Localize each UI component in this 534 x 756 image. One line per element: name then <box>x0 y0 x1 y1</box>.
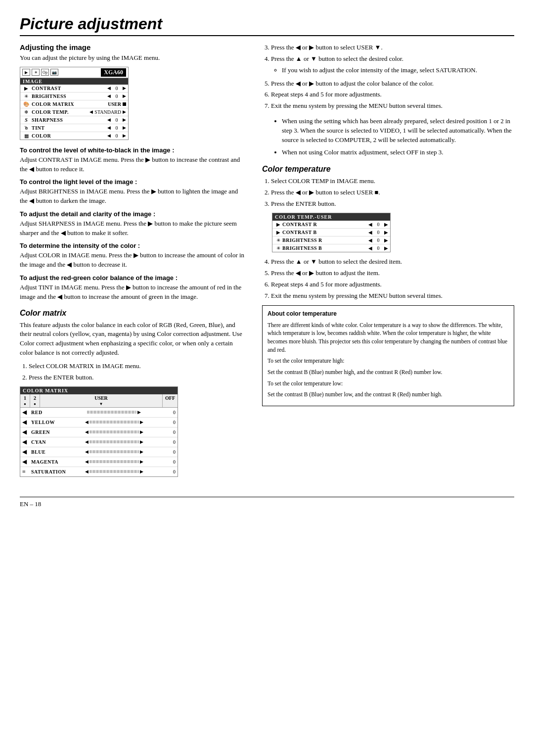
color-label: COLOR <box>32 133 107 139</box>
contrast-icon: ▶ <box>22 86 30 91</box>
cm-tri-left-blue: ◀ <box>85 449 89 454</box>
section-sharpness-heading: To adjust the detail and clarity of the … <box>20 210 247 238</box>
cm-tri-left-green: ◀ <box>85 429 89 434</box>
cm-val-magenta: 0 <box>168 459 176 465</box>
menu-row-color-temp: ❄ COLOR TEMP. ◀ STANDARD ▶ <box>20 108 128 116</box>
cm-label-yellow: YELLOW <box>31 420 61 425</box>
color-matrix-label: COLOR MATRIX <box>32 101 108 107</box>
ct-value-brightness-b: 0 <box>374 245 383 251</box>
cm-step-5: Press the ◀ or ▶ button to adjust the co… <box>271 79 514 89</box>
contrast-val: ◀ 0 ▶ <box>107 86 126 91</box>
menu-row-contrast: ▶ CONTRAST ◀ 0 ▶ <box>20 85 128 93</box>
ct-tri-left-contrast-b: ◀ <box>368 230 372 235</box>
menu-row-brightness: ✳ BRIGHTNESS ◀ 0 ▶ <box>20 93 128 100</box>
ct-step-1: Select COLOR TEMP in IMAGE menu. <box>271 177 514 186</box>
cm-note-list: When using the setting which has been al… <box>273 117 514 157</box>
cm-row-cyan: ◀ CYAN ◀ ▶ 0 <box>20 437 178 447</box>
contrast-label: CONTRAST <box>32 86 107 91</box>
image-menu-table: ▶ ☀ Op 📷 XGA60 IMAGE ▶ CONTRAST ◀ 0 ▶ <box>20 67 129 140</box>
ct-value-brightness-r: 0 <box>374 237 383 243</box>
menu-xga-label: XGA60 <box>101 68 126 77</box>
cm-bar-fill-green <box>89 430 139 433</box>
brightness-label: BRIGHTNESS <box>32 94 107 99</box>
info-para-5: Set the contrast B (Blue) number low, an… <box>267 390 509 399</box>
tint-icon: 🖱 <box>22 125 30 131</box>
ct-tri-left-brightness-b: ◀ <box>368 245 372 251</box>
right-column: Press the ◀ or ▶ button to select USER ▼… <box>262 43 514 482</box>
cm-val-yellow: 0 <box>168 420 176 425</box>
color-icon: ▦ <box>22 133 30 139</box>
cm-step-3: Press the ◀ or ▶ button to select USER ▼… <box>271 43 514 52</box>
ct-value-contrast-r: 0 <box>374 222 383 227</box>
ct-row-brightness-r: ✳ BRIGHTNESS R ◀ 0 ▶ <box>272 236 390 244</box>
menu-row-color: ▦ COLOR ◀ 0 ▶ <box>20 132 128 140</box>
brightness-val: ◀ 0 ▶ <box>107 94 126 99</box>
color-temp-tri-right: ▶ <box>123 109 126 114</box>
cm-step-4-bullet: If you wish to adjust the color intensit… <box>282 66 514 75</box>
ct-value-contrast-b: 0 <box>374 230 383 235</box>
cm-tri-blue: ▶ <box>140 449 143 454</box>
page-title: Picture adjustment <box>20 15 514 36</box>
color-value: 0 <box>112 133 121 139</box>
cm-step-7: Exit the menu system by pressing the MEN… <box>271 101 514 111</box>
cm-tri-magenta: ▶ <box>140 459 143 464</box>
color-matrix-dot <box>123 102 126 106</box>
info-para-4: To set the color temperature low: <box>267 379 509 388</box>
color-matrix-val: USER <box>108 101 126 107</box>
cm-bar-fill-magenta <box>89 460 139 463</box>
color-matrix-table: COLOR MATRIX 1● 2● USER▼ OFF ◀ RED ▶ 0 ◀ <box>20 386 178 477</box>
cm-val-green: 0 <box>168 429 176 435</box>
brightness-tri-right: ▶ <box>123 94 126 98</box>
cm-bar-fill-red <box>87 411 136 414</box>
brightness-tri-left: ◀ <box>107 94 111 98</box>
ct-step-2: Press the ◀ or ▶ button to select USER ■… <box>271 188 514 197</box>
ct-tri-right-brightness-r: ▶ <box>384 237 388 243</box>
cm-col-user: USER▼ <box>40 394 163 407</box>
cm-note-1: When using the setting which has been al… <box>282 117 514 145</box>
page-footer: EN – 18 <box>20 497 514 508</box>
menu-icon-4: 📷 <box>50 69 58 76</box>
ct-icon-contrast-r: ▶ <box>274 222 282 227</box>
menu-row-color-matrix: 🎨 COLOR MATRIX USER <box>20 100 128 108</box>
ct-val-brightness-r: ◀ 0 ▶ <box>368 237 388 243</box>
tint-tri-left: ◀ <box>107 125 111 130</box>
cm-val-cyan: 0 <box>168 439 176 445</box>
ct-icon-brightness-b: ✳ <box>274 245 282 251</box>
ct-step-5: Press the ◀ or ▶ button to adjust the it… <box>271 269 514 278</box>
cm-col-1: 1● <box>20 394 30 407</box>
left-column: Adjusting the image You can adjust the p… <box>20 43 247 482</box>
ct-steps-after: Press the ▲ or ▼ button to select the de… <box>271 257 514 300</box>
cm-col-off: OFF <box>163 394 178 407</box>
cm-tri-cyan: ▶ <box>140 439 143 444</box>
color-temp-heading: Color temperature <box>262 165 514 174</box>
ct-val-brightness-b: ◀ 0 ▶ <box>368 245 388 251</box>
cm-row-saturation: ≡ SATURATION ◀ ▶ 0 <box>20 467 178 476</box>
cm-row-green: ◀ GREEN ◀ ▶ 0 <box>20 427 178 437</box>
ct-step-6: Repeat steps 4 and 5 for more adjustment… <box>271 280 514 289</box>
section-tint-heading: To adjust the red-green color balance of… <box>20 274 247 302</box>
sharpness-tri-left: ◀ <box>107 117 111 122</box>
cm-bar-fill-blue <box>89 450 139 453</box>
contrast-value: 0 <box>112 86 121 91</box>
cm-bar-red: ▶ <box>61 410 168 415</box>
cm-label-green: GREEN <box>31 429 61 435</box>
tint-label: TINT <box>32 125 107 131</box>
sharpness-label: SHARPNESS <box>32 117 107 123</box>
cm-col-2: 2● <box>30 394 40 407</box>
cm-table-subheader: 1● 2● USER▼ OFF <box>20 394 178 408</box>
info-para-1: There are different kinds of white color… <box>267 321 509 354</box>
color-tri-left: ◀ <box>107 133 111 138</box>
section-contrast-heading: To control the level of white-to-black i… <box>20 146 247 174</box>
section-sharpness-text: Adjust SHARPNESS in IMAGE menu. Press th… <box>20 220 237 236</box>
ct-icon-brightness-r: ✳ <box>274 237 282 243</box>
cm-note-2: When not using Color matrix adjustment, … <box>282 148 514 157</box>
cm-step-6: Repeat steps 4 and 5 for more adjustment… <box>271 90 514 99</box>
color-temp-value: STANDARD <box>94 109 121 115</box>
cm-icon-yellow: ◀ <box>22 419 31 426</box>
menu-row-sharpness: S SHARPNESS ◀ 0 ▶ <box>20 116 128 124</box>
cm-row-magenta: ◀ MAGENTA ◀ ▶ 0 <box>20 457 178 467</box>
brightness-icon: ✳ <box>22 94 30 99</box>
cm-step-2: Press the ENTER button. <box>29 373 247 382</box>
color-matrix-section-heading: Color matrix <box>20 309 247 318</box>
cm-tri-left-magenta: ◀ <box>85 459 89 464</box>
